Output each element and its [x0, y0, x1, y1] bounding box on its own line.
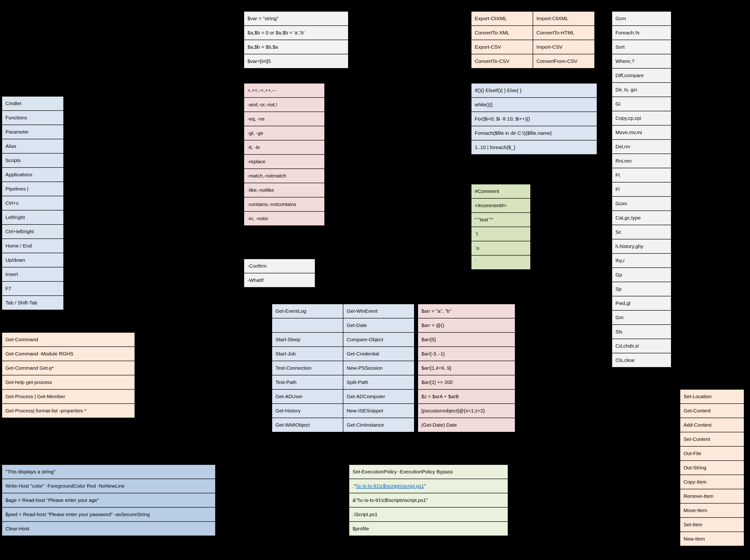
cell: <#comment#>: [471, 198, 530, 213]
cell: [64, 253, 223, 267]
cell: Up/down: [2, 253, 64, 267]
cell: ConvertFrom-CSV: [533, 54, 594, 68]
cell: Sort: [612, 40, 671, 54]
assignment-table: $var = "string"$a,$b = 0 or $a,$b = 'a',…: [244, 11, 453, 68]
cell: h,history,ghy: [612, 239, 671, 254]
cell: -lt, -le: [244, 140, 325, 155]
cell: Cmdlet: [2, 96, 64, 111]
cell: $var = "string": [244, 12, 348, 26]
cell: Ctrl+left/right: [2, 224, 64, 239]
cell: [216, 522, 348, 536]
cell: Gcim: [612, 197, 671, 211]
cell: Pwd,gl: [612, 296, 671, 311]
export-table: Export-CliXMLImport-CliXMLConvertTo-XMLC…: [471, 11, 595, 68]
cell: Get-WinEvent: [343, 304, 414, 318]
cmdlet-cell: Out-String: [680, 461, 744, 475]
cell: `t: [471, 227, 530, 241]
cell: [508, 522, 650, 536]
cell: [64, 210, 223, 224]
cell: [216, 479, 348, 493]
cell: Scripts: [2, 153, 64, 167]
cell: [530, 241, 604, 255]
cell: [671, 282, 750, 296]
cell: [315, 259, 453, 273]
cmdlet-cell: Add-Content: [680, 418, 744, 432]
cell: [671, 325, 750, 339]
cell: Start-Job: [272, 347, 343, 361]
cell: -like,-notlike: [244, 183, 325, 197]
cell: [530, 184, 604, 198]
cell: =,+=,-=,++,--: [244, 83, 325, 98]
cell: Cls,clear: [612, 353, 671, 367]
basics-table: CmdletFunctionsParameterAliasScriptsAppl…: [2, 96, 223, 310]
cell: [530, 255, 604, 269]
cell: [671, 182, 750, 197]
cmdlet-cell: Get-Content: [680, 404, 744, 418]
cell: Where,?: [612, 54, 671, 68]
commands-table: Get-EventLogGet-WinEventGet-DateStart-Sl…: [272, 304, 414, 432]
cell: [325, 197, 453, 212]
script-path-link[interactable]: \\c-is-ts-91\c$\scripts\script.ps1: [356, 483, 424, 488]
cmdlet-cell: New-Item: [680, 532, 744, 546]
cmdlet-cell: Move-Item: [680, 503, 744, 518]
cell: [671, 26, 750, 40]
cmdlet-cell: Set-Item: [680, 518, 744, 532]
cell: &"\\c-is-ts-91\c$\scripts\script.ps1": [349, 493, 508, 507]
cell: $arr[1] += 200: [418, 375, 515, 389]
cell: New-ISESnippet: [343, 404, 414, 418]
cmdlet-cell: Set-Location: [680, 389, 744, 404]
cell: Alias: [2, 139, 64, 153]
cell: Get-WMIObject: [272, 418, 343, 432]
cell: Gp: [612, 268, 671, 282]
cell: "This displays a string": [2, 465, 216, 479]
cell: Applications: [2, 167, 64, 182]
cell: [135, 389, 287, 404]
cell: [64, 111, 223, 125]
cell: [671, 311, 750, 325]
cell: [64, 296, 223, 310]
cell: [272, 318, 343, 333]
cell: [325, 140, 453, 155]
cell: [216, 507, 348, 522]
cell: [348, 54, 453, 68]
cell: -WhatIf: [244, 273, 315, 287]
cmdlet-cell: Remove-Item: [680, 489, 744, 503]
cell: $arr[1,4+6..9]: [418, 361, 515, 375]
cell: Pipelines |: [2, 182, 64, 196]
cell: Foreach,%: [612, 26, 671, 40]
cell: Functions: [2, 111, 64, 125]
cell: Gi: [612, 97, 671, 111]
cell: [315, 273, 453, 287]
cell: ."\\c-is-ts-91\c$\scripts\script.ps1": [349, 479, 508, 493]
cell: [325, 98, 453, 112]
cell: Get-EventLog: [272, 304, 343, 318]
cell: $arr[5]: [418, 333, 515, 347]
cell: [348, 26, 453, 40]
cell: Compare-Object: [343, 333, 414, 347]
cell: If(){} Elseif(){ } Else{ }: [471, 83, 597, 98]
cell: Insert: [2, 267, 64, 281]
cell: For($i=0; $i -lt 10; $i++){}: [471, 112, 597, 126]
aliases-table: GcmForeach,%SortWhere,?Diff,compareDir, …: [612, 11, 750, 367]
cell: [671, 296, 750, 311]
cell: Import-CliXML: [533, 12, 594, 26]
cell: Copy,cp,cpi: [612, 111, 671, 125]
cell: [508, 507, 650, 522]
cell: 1..10 | foreach{$_}: [471, 140, 597, 155]
cell: ConvertTo-CSV: [471, 54, 533, 68]
cell: [64, 281, 223, 296]
cell: [325, 212, 453, 226]
cell: Get-Process| format-list -properties *: [2, 404, 135, 418]
cell: -and,-or,-not,!: [244, 98, 325, 112]
cell: New-PSSession: [343, 361, 414, 375]
cell: [671, 239, 750, 254]
cell: ConvertTo-XML: [471, 26, 533, 40]
cell: Get-CimInstance: [343, 418, 414, 432]
cell: F7: [2, 281, 64, 296]
cell: `n: [471, 241, 530, 255]
cell: Gm: [612, 311, 671, 325]
cell: [515, 318, 598, 333]
cell: -gt, -ge: [244, 126, 325, 140]
cell: Get-help get-process: [2, 375, 135, 389]
cell: [515, 333, 598, 347]
